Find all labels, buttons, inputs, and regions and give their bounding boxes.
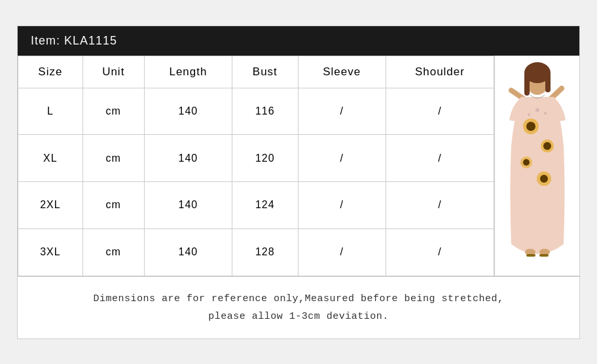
table-row: 2XLcm140124// <box>18 182 494 229</box>
cell-bust: 116 <box>232 88 298 135</box>
cell-sleeve: / <box>298 228 386 276</box>
note-line2: please allow 1-3cm deviation. <box>208 311 389 322</box>
cell-size: XL <box>18 135 83 182</box>
item-header: Item: KLA1115 <box>18 26 579 56</box>
svg-rect-19 <box>526 254 535 257</box>
cell-unit: cm <box>82 88 144 135</box>
svg-point-15 <box>528 113 530 116</box>
col-header-sleeve: Sleeve <box>298 56 386 88</box>
col-header-length: Length <box>144 56 232 88</box>
cell-size: L <box>18 88 83 135</box>
table-row: 3XLcm140128// <box>18 228 494 276</box>
svg-point-7 <box>526 122 535 131</box>
col-header-shoulder: Shoulder <box>386 56 494 88</box>
svg-point-11 <box>523 159 530 166</box>
cell-bust: 124 <box>232 182 298 229</box>
cell-shoulder: / <box>386 88 494 135</box>
dress-image <box>494 56 579 276</box>
cell-shoulder: / <box>386 228 494 276</box>
size-table: Size Unit Length Bust Sleeve Shoulder Lc… <box>18 56 494 276</box>
cell-unit: cm <box>82 228 144 276</box>
svg-rect-2 <box>524 73 530 96</box>
cell-shoulder: / <box>386 182 494 229</box>
table-header-row: Size Unit Length Bust Sleeve Shoulder <box>18 56 494 88</box>
item-id: Item: KLA1115 <box>31 34 117 47</box>
svg-point-13 <box>540 175 548 183</box>
svg-point-14 <box>535 108 539 112</box>
table-row: XLcm140120// <box>18 135 494 182</box>
cell-unit: cm <box>82 182 144 229</box>
cell-size: 3XL <box>18 228 83 276</box>
col-header-bust: Bust <box>232 56 298 88</box>
svg-rect-20 <box>539 254 549 257</box>
svg-rect-3 <box>545 73 551 92</box>
cell-sleeve: / <box>298 88 386 135</box>
product-size-chart: Item: KLA1115 Size Unit Length Bust Slee… <box>17 26 580 339</box>
dress-svg <box>501 61 573 270</box>
note-line1: Dimensions are for reference only,Measur… <box>93 293 503 304</box>
cell-shoulder: / <box>386 135 494 182</box>
footer-note: Dimensions are for reference only,Measur… <box>18 277 579 338</box>
svg-point-16 <box>544 112 547 115</box>
table-row: Lcm140116// <box>18 88 494 135</box>
cell-unit: cm <box>82 135 144 182</box>
cell-bust: 120 <box>232 135 298 182</box>
cell-sleeve: / <box>298 135 386 182</box>
col-header-size: Size <box>18 56 83 88</box>
cell-length: 140 <box>144 135 232 182</box>
col-header-unit: Unit <box>82 56 144 88</box>
table-wrapper: Size Unit Length Bust Sleeve Shoulder Lc… <box>18 56 579 277</box>
svg-point-9 <box>543 142 551 150</box>
cell-size: 2XL <box>18 182 83 229</box>
cell-length: 140 <box>144 182 232 229</box>
cell-bust: 128 <box>232 228 298 276</box>
cell-length: 140 <box>144 228 232 276</box>
cell-length: 140 <box>144 88 232 135</box>
cell-sleeve: / <box>298 182 386 229</box>
